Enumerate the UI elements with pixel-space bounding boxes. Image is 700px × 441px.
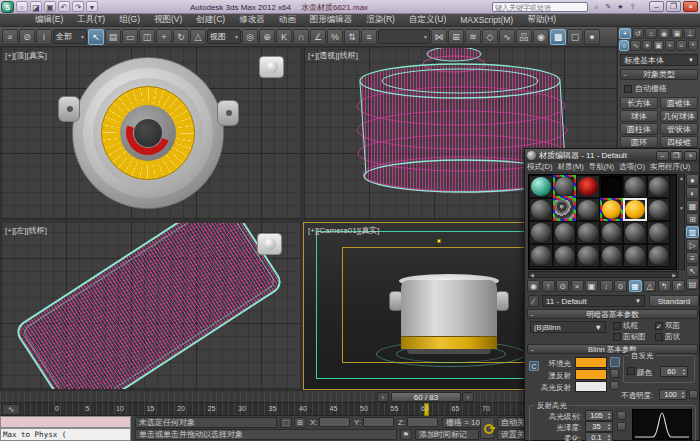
two-sided-checkbox[interactable]: ✓: [655, 322, 663, 330]
schematic-view-icon[interactable]: 品: [516, 29, 532, 45]
sample-slot[interactable]: [623, 244, 647, 267]
face-map-checkbox[interactable]: [613, 333, 621, 341]
viewport-top-label[interactable]: [+][顶][真实]: [5, 50, 47, 61]
menu-tools[interactable]: 工具(T): [70, 14, 112, 26]
viewport-top[interactable]: [+][顶][真实]: [1, 48, 300, 219]
spinner-snap-icon[interactable]: ⇅: [344, 29, 360, 45]
ambient-color-swatch[interactable]: [575, 357, 607, 368]
selfillum-color-checkbox[interactable]: [627, 367, 635, 375]
material-editor-window[interactable]: 材质编辑器 - 11 - Default – ❐ × 模式(D) 材质(M) 导…: [524, 148, 700, 441]
sample-slot[interactable]: [647, 221, 671, 244]
select-by-name-icon[interactable]: ▤: [105, 29, 121, 45]
time-slider-handle[interactable]: 60 / 83: [391, 392, 461, 402]
named-selection-dropdown[interactable]: ▾: [378, 29, 430, 44]
menu-customize[interactable]: 自定义(U): [402, 14, 453, 26]
minimize-button[interactable]: –: [656, 151, 669, 161]
bind-to-space-warp-icon[interactable]: ≀: [36, 29, 52, 45]
help-icon[interactable]: ?: [627, 2, 638, 12]
material-name-dropdown[interactable]: 11 - Default▼: [542, 295, 645, 307]
tab-modify-icon[interactable]: ↺: [632, 28, 644, 39]
menu-animation[interactable]: 动画: [272, 14, 303, 26]
go-forward-sibling-icon[interactable]: ↱: [672, 280, 685, 292]
select-by-material-icon[interactable]: ↖: [686, 265, 699, 277]
angle-snap-icon[interactable]: ∠: [310, 29, 326, 45]
open-file-icon[interactable]: ◪: [30, 1, 42, 12]
minimize-button[interactable]: –: [649, 1, 664, 12]
time-tag-icon[interactable]: ⚑: [400, 429, 412, 440]
viewport-perspective-label[interactable]: [+][透视][线框]: [308, 50, 358, 61]
help-search-box[interactable]: [492, 2, 588, 12]
prev-frame-arrow[interactable]: ‹: [377, 392, 389, 402]
material-type-button[interactable]: Standard: [649, 295, 699, 307]
backlight-icon[interactable]: ◐: [686, 187, 699, 199]
sample-slot[interactable]: [647, 244, 671, 267]
percent-snap-icon[interactable]: %: [327, 29, 343, 45]
y-coordinate-field[interactable]: [363, 417, 394, 427]
specular-level-map-button[interactable]: [617, 411, 626, 420]
select-link-icon[interactable]: ∝: [2, 29, 18, 45]
put-to-scene-icon[interactable]: ↑: [542, 280, 555, 292]
selection-lock-icon[interactable]: ⬚: [280, 417, 292, 428]
specular-color-swatch[interactable]: [575, 381, 607, 392]
set-keys-icon[interactable]: [480, 417, 495, 439]
undo-icon[interactable]: ↶: [58, 1, 70, 12]
faceted-checkbox[interactable]: [655, 333, 663, 341]
make-unique-icon[interactable]: ▣: [585, 280, 598, 292]
sample-slot[interactable]: [600, 244, 624, 267]
material-editor-icon[interactable]: ◉: [533, 29, 549, 45]
qat-dropdown-icon[interactable]: ▾: [86, 1, 98, 12]
object-button[interactable]: 球体: [620, 110, 658, 122]
object-button[interactable]: 圆锥体: [660, 97, 698, 109]
sample-slot[interactable]: [576, 244, 600, 267]
lock-ambient-diffuse-icon[interactable]: C: [529, 361, 539, 371]
layer-manager-icon[interactable]: ≋: [465, 29, 481, 45]
lock-icon[interactable]: [610, 357, 620, 367]
soften-spinner[interactable]: 0.1▲▼: [585, 432, 613, 441]
keyboard-override-icon[interactable]: K: [276, 29, 292, 45]
next-frame-arrow[interactable]: ›: [462, 392, 474, 402]
sample-slot[interactable]: [623, 175, 647, 198]
sample-slot[interactable]: [623, 198, 647, 221]
slot-vertical-scrollbar[interactable]: ▲▼: [678, 174, 685, 270]
viewport-left[interactable]: [+][左][线框]: [1, 223, 300, 389]
menu-material[interactable]: 材质(M): [557, 162, 583, 172]
object-button[interactable]: 四棱锥: [660, 136, 698, 148]
background-icon[interactable]: ▦: [686, 200, 699, 212]
sample-slot[interactable]: [600, 198, 624, 221]
specular-map-button[interactable]: [610, 381, 619, 390]
curve-editor-icon[interactable]: ∿: [499, 29, 515, 45]
show-end-result-icon[interactable]: △: [643, 280, 656, 292]
close-button[interactable]: ×: [683, 1, 698, 12]
tab-motion-icon[interactable]: ◉: [658, 28, 670, 39]
material-id-channel-icon[interactable]: 0: [614, 280, 627, 292]
sample-slot[interactable]: [529, 221, 553, 244]
glossiness-map-button[interactable]: [617, 422, 626, 431]
glossiness-spinner[interactable]: 35▲▼: [585, 421, 613, 432]
tab-hierarchy-icon[interactable]: ⌂: [645, 28, 657, 39]
primitive-category-dropdown[interactable]: 标准基本体▼: [620, 54, 698, 66]
macro-recorder-field[interactable]: [0, 416, 131, 428]
app-logo-icon[interactable]: S: [1, 1, 14, 13]
sample-slot[interactable]: [529, 198, 553, 221]
absolute-mode-icon[interactable]: ⊞: [294, 417, 306, 428]
maxscript-listener-field[interactable]: Max to Physx (: [0, 428, 131, 441]
object-button[interactable]: 圆柱体: [620, 123, 658, 135]
put-to-library-icon[interactable]: ↓: [600, 280, 613, 292]
make-preview-icon[interactable]: ▷: [686, 239, 699, 251]
maximize-button[interactable]: ❐: [670, 151, 683, 161]
new-scene-icon[interactable]: ▫: [16, 1, 28, 12]
sample-slot[interactable]: [576, 221, 600, 244]
rendered-frame-icon[interactable]: ▢: [567, 29, 583, 45]
category-helpers-icon[interactable]: +: [665, 40, 675, 51]
opacity-spinner[interactable]: 100▲▼: [659, 389, 687, 400]
unlink-selection-icon[interactable]: ⊘: [19, 29, 35, 45]
tab-utilities-icon[interactable]: ⊥: [684, 28, 696, 39]
sample-slot[interactable]: [553, 221, 577, 244]
sample-slot[interactable]: [529, 175, 553, 198]
align-icon[interactable]: ⊞: [448, 29, 464, 45]
sample-slot[interactable]: [553, 175, 577, 198]
category-cameras-icon[interactable]: ▣: [653, 40, 663, 51]
close-button[interactable]: ×: [684, 151, 697, 161]
diffuse-map-button[interactable]: [610, 369, 619, 378]
menu-navigation[interactable]: 导航(N): [589, 162, 614, 172]
